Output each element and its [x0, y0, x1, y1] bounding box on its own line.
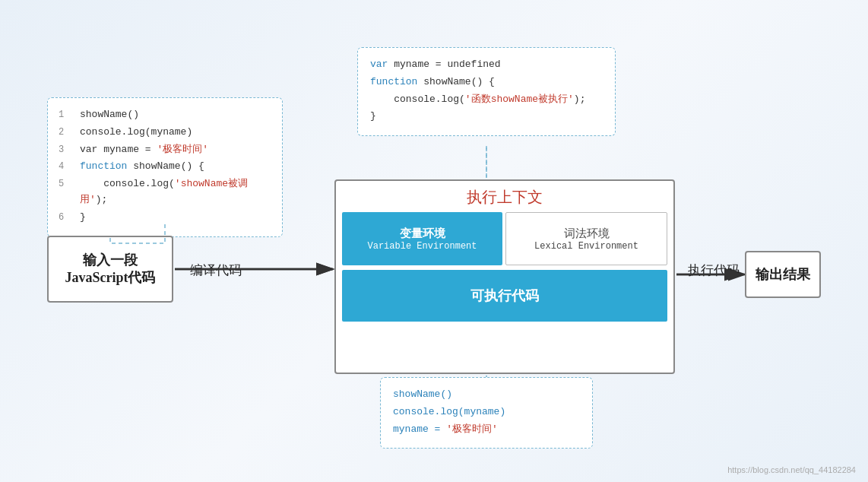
code-box-bottom: showName() console.log(myname) myname = … — [380, 377, 593, 449]
lex-env-sub: Lexical Environment — [534, 241, 638, 252]
env-row: 变量环境 Variable Environment 词法环境 Lexical E… — [342, 212, 667, 265]
exec-context-title: 执行上下文 — [336, 187, 673, 208]
input-box-text: 输入一段 JavaScript代码 — [65, 252, 156, 287]
code-line-6: 6 } — [59, 210, 271, 226]
code-line-4: 4 function showName() { — [59, 159, 271, 175]
code-tr-line-4: } — [370, 109, 603, 125]
exec-code-title: 可执行代码 — [470, 287, 539, 305]
watermark: https://blog.csdn.net/qq_44182284 — [727, 465, 856, 474]
input-box: 输入一段 JavaScript代码 — [47, 236, 173, 303]
code-box-top-right: var myname = undefined function showName… — [357, 47, 616, 136]
code-box-left: 1 showName() 2 console.log(myname) 3 var… — [47, 97, 283, 237]
compile-label: 编译代码 — [190, 262, 242, 279]
code-tr-line-3: console.log('函数showName被执行'); — [370, 92, 603, 108]
code-b-line-1: showName() — [393, 387, 580, 403]
output-box-text: 输出结果 — [756, 265, 810, 284]
var-env-sub: Variable Environment — [367, 241, 477, 252]
code-line-2: 2 console.log(myname) — [59, 125, 271, 141]
code-line-3: 3 var myname = '极客时间' — [59, 142, 271, 158]
lex-env-title: 词法环境 — [564, 227, 610, 241]
code-b-line-2: console.log(myname) — [393, 404, 580, 420]
lexical-environment-box: 词法环境 Lexical Environment — [505, 212, 667, 265]
exec-context-box: 执行上下文 变量环境 Variable Environment 词法环境 Lex… — [334, 179, 675, 374]
variable-environment-box: 变量环境 Variable Environment — [342, 212, 502, 265]
diagram-container: 1 showName() 2 console.log(myname) 3 var… — [0, 0, 868, 482]
output-box: 输出结果 — [745, 251, 821, 298]
var-env-title: 变量环境 — [400, 227, 445, 241]
execute-label: 执行代码 — [688, 262, 740, 279]
code-tr-line-1: var myname = undefined — [370, 57, 603, 73]
code-line-5: 5 console.log('showName被调用'); — [59, 176, 271, 208]
code-tr-line-2: function showName() { — [370, 75, 603, 90]
executable-code-box: 可执行代码 — [342, 270, 667, 322]
code-b-line-3: myname = '极客时间' — [393, 422, 580, 438]
code-line-1: 1 showName() — [59, 107, 271, 123]
